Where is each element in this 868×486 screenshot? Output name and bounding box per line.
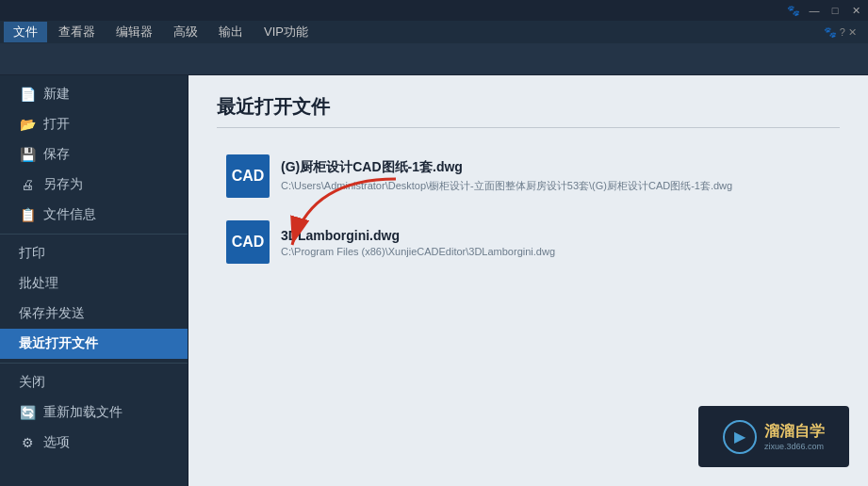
watermark-play-icon: ▶ (723, 420, 757, 454)
sidebar-item-reloadfile[interactable]: 🔄 重新加载文件 (0, 397, 188, 428)
menu-vip[interactable]: VIP功能 (254, 22, 318, 42)
file-path-2: C:\Program Files (x86)\XunjieCADEditor\3… (281, 246, 555, 257)
cad-icon-1: CAD (226, 154, 270, 198)
close-window-icon[interactable]: ✕ (847, 2, 864, 19)
sidebar-item-batch[interactable]: 批处理 (0, 268, 188, 299)
maximize-icon[interactable]: □ (827, 2, 843, 19)
file-item-1[interactable]: CAD (G)厨柜设计CAD图纸-1套.dwg C:\Users\Adminis… (217, 145, 840, 207)
menu-file[interactable]: 文件 (4, 22, 47, 42)
content-title: 最近打开文件 (217, 94, 840, 128)
save-icon: 💾 (19, 147, 36, 162)
sidebar-item-fileinfo[interactable]: 📋 文件信息 (0, 200, 188, 230)
options-icon: ⚙ (19, 435, 36, 450)
top-right-icons: 🐾 ? ✕ (824, 26, 864, 39)
sidebar-item-new[interactable]: 📄 新建 (0, 79, 188, 109)
sidebar-item-options[interactable]: ⚙ 选项 (0, 428, 188, 458)
watermark-sub-text: zixue.3d66.com (764, 442, 825, 451)
reload-icon: 🔄 (19, 405, 36, 420)
sidebar-item-save[interactable]: 💾 保存 (0, 139, 188, 170)
watermark-text: 溜溜自学 zixue.3d66.com (764, 422, 825, 451)
file-info-1: (G)厨柜设计CAD图纸-1套.dwg C:\Users\Administrat… (281, 159, 732, 193)
file-path-1: C:\Users\Administrator\Desktop\橱柜设计-立面图整… (281, 179, 732, 193)
watermark-main-text: 溜溜自学 (764, 422, 825, 442)
sidebar-item-print[interactable]: 打印 (0, 238, 188, 268)
window-controls: 🐾 — □ ✕ (785, 0, 868, 21)
sidebar-divider-1 (0, 234, 188, 235)
sidebar-item-open[interactable]: 📂 打开 (0, 109, 188, 139)
new-icon: 📄 (19, 87, 36, 102)
sidebar-divider-2 (0, 363, 188, 364)
open-icon: 📂 (19, 117, 36, 132)
file-name-2: 3DLamborgini.dwg (281, 228, 555, 243)
sidebar-item-close[interactable]: 关闭 (0, 367, 188, 397)
minimize-icon[interactable]: — (806, 2, 823, 19)
file-info-2: 3DLamborgini.dwg C:\Program Files (x86)\… (281, 228, 555, 257)
cad-icon-2: CAD (226, 220, 270, 264)
file-item-2[interactable]: CAD 3DLamborgini.dwg C:\Program Files (x… (217, 211, 840, 273)
content-area: 最近打开文件 CAD (G)厨柜设计CAD图纸-1套.dwg C:\Users\… (188, 75, 868, 486)
menu-editor[interactable]: 编辑器 (106, 22, 162, 42)
menu-output[interactable]: 输出 (209, 22, 253, 42)
help-icon[interactable]: 🐾 (785, 2, 802, 19)
file-name-1: (G)厨柜设计CAD图纸-1套.dwg (281, 159, 732, 176)
menu-bar: 文件 查看器 编辑器 高级 输出 VIP功能 🐾 ? ✕ (0, 21, 868, 43)
title-bar: 🐾 — □ ✕ (0, 0, 868, 21)
toolbar (0, 43, 868, 75)
menu-viewer[interactable]: 查看器 (49, 22, 105, 42)
sidebar-item-saveandsend[interactable]: 保存并发送 (0, 299, 188, 329)
watermark: ▶ 溜溜自学 zixue.3d66.com (698, 406, 849, 467)
menu-advanced[interactable]: 高级 (164, 22, 207, 42)
saveas-icon: 🖨 (19, 177, 36, 192)
fileinfo-icon: 📋 (19, 207, 36, 222)
sidebar: 📄 新建 📂 打开 💾 保存 🖨 另存为 📋 文件信息 打印 批处理 保存并发送 (0, 75, 188, 486)
sidebar-item-recentfiles[interactable]: 最近打开文件 (0, 329, 188, 359)
sidebar-item-saveas[interactable]: 🖨 另存为 (0, 170, 188, 200)
main-layout: 📄 新建 📂 打开 💾 保存 🖨 另存为 📋 文件信息 打印 批处理 保存并发送 (0, 75, 868, 486)
